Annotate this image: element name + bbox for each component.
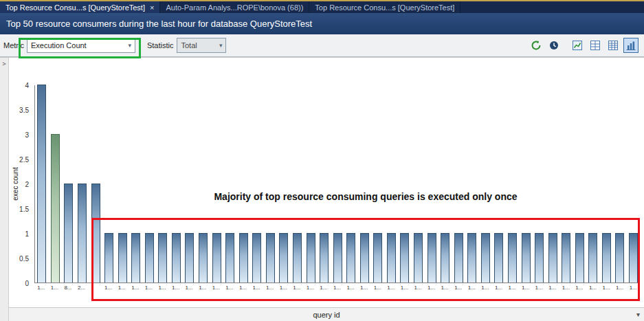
bar[interactable]: [279, 233, 288, 283]
bar-column: [533, 233, 546, 283]
bar[interactable]: [481, 233, 490, 283]
x-tick-label: 1...: [290, 283, 304, 293]
bar[interactable]: [158, 233, 167, 283]
bar[interactable]: [548, 233, 557, 283]
x-tick-label: 1...: [613, 283, 627, 293]
x-tick-label: 1...: [48, 283, 62, 293]
x-tick-label: 1...: [276, 283, 290, 293]
bar-column: [197, 233, 210, 283]
bar[interactable]: [239, 233, 248, 283]
x-axis-footer[interactable]: query id ▾: [9, 307, 644, 321]
bar[interactable]: [333, 233, 342, 283]
bar[interactable]: [145, 233, 154, 283]
close-icon[interactable]: ×: [150, 4, 154, 11]
bar[interactable]: [575, 233, 584, 283]
bar[interactable]: [131, 233, 140, 283]
x-tick-label: 1...: [586, 283, 600, 293]
bar[interactable]: [252, 233, 261, 283]
bar[interactable]: [494, 233, 503, 283]
metrics-chart-icon[interactable]: [570, 38, 585, 53]
bar-column: [62, 184, 76, 283]
configure-time-icon[interactable]: [546, 38, 562, 53]
bar-column: [398, 233, 412, 283]
collapsed-side-panel[interactable]: >: [0, 58, 9, 321]
bar-column: [250, 233, 264, 283]
bar[interactable]: [467, 233, 476, 283]
bar-column: [49, 134, 63, 283]
y-tick-label: 0: [11, 280, 29, 287]
bar[interactable]: [428, 233, 436, 283]
bar[interactable]: [118, 233, 127, 283]
chart-view-icon[interactable]: [623, 38, 639, 53]
bar[interactable]: [91, 184, 100, 283]
tab-auto-param-analysis[interactable]: Auto-Param Analys...ROPE\bonova (68)): [160, 1, 309, 13]
bar[interactable]: [172, 233, 181, 283]
bar[interactable]: [293, 233, 302, 283]
x-tick-label: 1...: [357, 283, 371, 293]
bar[interactable]: [454, 233, 463, 283]
x-tick-label: 1...: [331, 283, 344, 293]
bar-column: [546, 233, 559, 283]
bar-column: [559, 233, 573, 283]
x-tick-label: 1...: [398, 283, 412, 293]
x-tick-label: 1...: [236, 283, 250, 293]
plot-area: 1...1...8...2...1...1...1...1...1...1...…: [34, 85, 640, 293]
x-tick-label: 1...: [384, 283, 398, 293]
bar[interactable]: [307, 233, 315, 283]
grid-view-icon[interactable]: [588, 38, 603, 53]
bar-chart: exec count 00.511.522.533.54 1...1...8..…: [9, 58, 644, 321]
x-tick-label: 1...: [344, 283, 357, 293]
bar[interactable]: [508, 233, 517, 283]
bar[interactable]: [535, 233, 544, 283]
bar[interactable]: [522, 233, 531, 283]
grid-extra-view-icon[interactable]: [606, 38, 621, 53]
bar-column: [35, 85, 49, 283]
bar[interactable]: [562, 233, 570, 283]
bar-column: [492, 233, 506, 283]
x-tick-label: 1...: [465, 283, 479, 293]
x-tick-label: 1...: [196, 283, 210, 293]
page-title: Top 50 resource consumers during the las…: [6, 19, 312, 29]
bar[interactable]: [400, 233, 409, 283]
bar[interactable]: [37, 85, 46, 283]
metric-dropdown[interactable]: Execution Count ▾: [27, 38, 135, 53]
bar[interactable]: [225, 233, 234, 283]
bar[interactable]: [615, 233, 624, 283]
y-tick-label: 0.5: [11, 255, 29, 263]
bar[interactable]: [64, 184, 73, 283]
bar[interactable]: [212, 233, 221, 283]
expand-panel-icon[interactable]: >: [2, 60, 5, 67]
x-tick-label: 1...: [452, 283, 465, 293]
bar-selected[interactable]: [51, 134, 60, 283]
bar[interactable]: [199, 233, 208, 283]
bar[interactable]: [602, 233, 611, 283]
bars-row: [34, 85, 640, 283]
bar[interactable]: [387, 233, 396, 283]
metric-dropdown-value: Execution Count: [31, 41, 87, 49]
bar-column: [331, 233, 344, 283]
y-tick-label: 1.5: [11, 206, 29, 213]
x-tick-label: 1...: [155, 283, 169, 293]
tab-top-resource-consumers-1[interactable]: Top Resource Consu...s [QueryStoreTest] …: [0, 1, 160, 13]
bar[interactable]: [346, 233, 355, 283]
bar-column: [89, 184, 102, 283]
bar[interactable]: [104, 233, 113, 283]
bar[interactable]: [588, 233, 597, 283]
bar[interactable]: [441, 233, 449, 283]
y-tick-label: 3: [11, 131, 29, 139]
bar[interactable]: [266, 233, 275, 283]
bar[interactable]: [629, 233, 638, 283]
statistic-dropdown[interactable]: Total ▾: [177, 38, 226, 53]
bar[interactable]: [360, 233, 369, 283]
bar[interactable]: [373, 233, 382, 283]
bar-column: [291, 233, 304, 283]
x-tick-label: 1...: [559, 283, 573, 293]
chevron-down-icon[interactable]: ▾: [636, 311, 640, 318]
bar[interactable]: [320, 233, 329, 283]
x-tick-label: 1...: [115, 283, 129, 293]
refresh-icon[interactable]: [529, 38, 544, 53]
bar[interactable]: [78, 184, 87, 283]
tab-top-resource-consumers-2[interactable]: Top Resource Consu...s [QueryStoreTest]: [309, 1, 460, 13]
bar[interactable]: [414, 233, 423, 283]
bar[interactable]: [185, 233, 194, 283]
